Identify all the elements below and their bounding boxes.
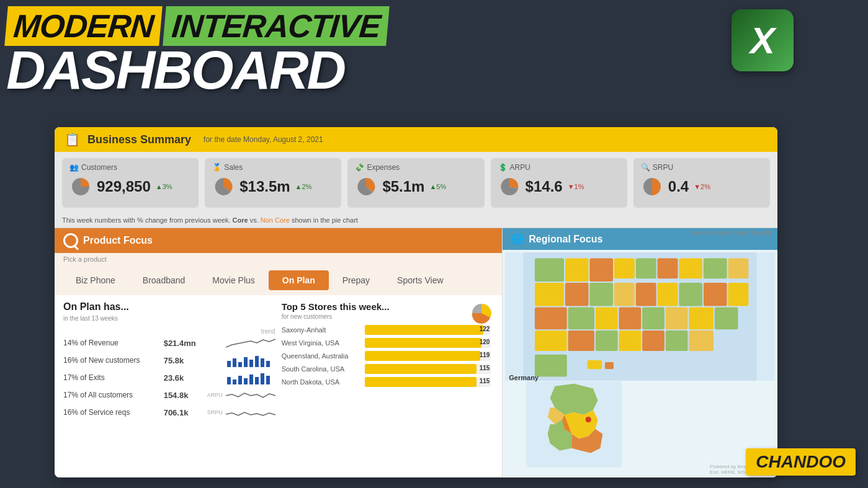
store-bar-0	[365, 325, 483, 335]
tab-on-plan[interactable]: On Plan	[269, 270, 329, 290]
expenses-value: $5.1m	[382, 178, 424, 195]
svg-rect-49	[535, 331, 567, 351]
top-stores-subtitle: for new customers	[282, 313, 390, 320]
kpi-card-srpu: 🔍 SRPU 0.4 ▼2%	[633, 158, 770, 208]
store-name-3: South Carolina, USA	[282, 365, 362, 373]
svg-rect-11	[261, 358, 264, 367]
svg-rect-38	[679, 283, 703, 306]
customers-pie-chart	[69, 175, 92, 198]
regional-focus-panel: Week on Week Sales Growth 🌐 Regional Foc…	[503, 228, 777, 477]
trend-label: trend	[63, 328, 275, 335]
svg-rect-29	[679, 258, 703, 278]
srpu-value: 0.4	[668, 178, 689, 195]
store-name-0: Saxony-Anhalt	[282, 326, 362, 334]
map-area: Germany Powered by BingEsri, HERE, MSFT,…	[503, 250, 777, 476]
title-word3: DASHBOARD	[6, 43, 441, 97]
svg-rect-6	[233, 358, 236, 367]
customers-label: Customers	[81, 163, 117, 172]
bottom-section: Product Focus Pick a product Biz Phone B…	[55, 228, 777, 477]
chandoo-badge: CHANDOO	[746, 448, 856, 476]
sparkline-revenue	[226, 336, 275, 350]
svg-rect-13	[227, 377, 231, 384]
tab-biz-phone[interactable]: Biz Phone	[62, 270, 129, 290]
kpi-card-customers: 👥 Customers 929,850 ▲3%	[62, 158, 199, 208]
stat-label-all-customers: 17% of All customers	[63, 391, 164, 399]
svg-rect-37	[658, 283, 678, 306]
germany-label: Germany	[509, 374, 539, 381]
svg-rect-30	[704, 258, 727, 278]
svg-rect-39	[704, 283, 727, 306]
svg-rect-57	[588, 360, 602, 369]
svg-rect-48	[715, 307, 738, 329]
arpu-pie-chart	[498, 175, 521, 198]
srpu-change: ▼2%	[694, 183, 710, 190]
sales-label: Sales	[224, 163, 243, 172]
search-icon	[63, 233, 78, 248]
svg-rect-10	[255, 356, 259, 367]
tab-movie-plus[interactable]: Movie Plus	[199, 270, 268, 290]
svg-rect-56	[535, 355, 567, 377]
svg-rect-9	[249, 360, 253, 367]
week-growth-label: Week on Week Sales Growth	[691, 229, 771, 236]
expenses-icon: 💸	[355, 163, 364, 172]
store-bar-bg-0: 122	[365, 325, 491, 335]
arpu-change: ▼1%	[568, 183, 584, 190]
store-name-2: Queensland, Australia	[282, 352, 362, 360]
title-area: MODERN INTERACTIVE DASHBOARD	[6, 6, 441, 97]
svg-rect-45	[642, 307, 664, 329]
svg-rect-55	[689, 331, 714, 351]
stat-label-new-customers: 16% of New customers	[63, 356, 164, 365]
store-bar-2	[365, 351, 480, 361]
tab-sports-view[interactable]: Sports View	[383, 270, 457, 290]
usa-map	[505, 252, 775, 381]
customers-change: ▲3%	[156, 183, 172, 190]
svg-point-66	[586, 417, 591, 422]
right-stores: Top 5 Stores this week... for new custom…	[282, 301, 494, 423]
tab-broadband[interactable]: Broadband	[129, 270, 199, 290]
title-word1: MODERN	[4, 6, 163, 46]
globe-icon: 🌐	[511, 233, 524, 245]
kpi-customers-header: 👥 Customers	[69, 163, 191, 172]
svg-rect-33	[565, 283, 589, 306]
left-stats: On Plan has... in the last 13 weeks tren…	[63, 301, 275, 423]
kpi-expenses-body: $5.1m ▲5%	[355, 175, 477, 198]
svg-rect-32	[535, 283, 564, 306]
svg-rect-42	[568, 307, 594, 329]
kpi-card-sales: 🏅 Sales $13.5m ▲2%	[205, 158, 341, 208]
stat-row-exits: 17% of Exits 23.6k	[63, 371, 275, 384]
kpi-arpu-header: 💲 ARPU	[498, 163, 620, 172]
kpi-card-arpu: 💲 ARPU $14.6 ▼1%	[491, 158, 627, 208]
stat-value-service-reqs: 706.1k	[164, 408, 207, 417]
document-icon: 📋	[65, 132, 80, 147]
sparkline-new-customers	[226, 353, 275, 367]
expenses-pie-chart	[355, 175, 377, 198]
kpi-srpu-header: 🔍 SRPU	[641, 163, 763, 172]
svg-rect-50	[568, 331, 594, 351]
excel-logo: X	[732, 9, 794, 71]
stat-row-service-reqs: 16% of Service reqs 706.1k SRPU	[63, 406, 275, 419]
product-focus-panel: Product Focus Pick a product Biz Phone B…	[55, 228, 503, 477]
svg-rect-8	[244, 357, 248, 367]
excel-letter: X	[750, 19, 775, 62]
section-subtitle: in the last 13 weeks	[63, 315, 275, 322]
store-row-3: South Carolina, USA 115	[282, 364, 494, 374]
regional-focus-title: Regional Focus	[529, 234, 602, 245]
svg-rect-28	[658, 258, 678, 278]
svg-rect-26	[614, 258, 635, 278]
top-stores-pie	[470, 301, 493, 325]
store-value-0: 122	[480, 326, 490, 332]
svg-rect-7	[238, 362, 242, 367]
store-bar-bg-1: 120	[365, 338, 491, 348]
store-bar-3	[365, 364, 477, 374]
svg-rect-36	[636, 283, 656, 306]
svg-rect-58	[605, 362, 614, 369]
sales-value: $13.5m	[239, 178, 290, 195]
svg-rect-41	[535, 307, 567, 329]
sales-pie-chart	[212, 175, 235, 198]
tab-prepay[interactable]: Prepay	[329, 270, 383, 290]
business-summary-title: Business Summary	[87, 133, 191, 146]
store-bar-bg-3: 115	[365, 364, 491, 374]
store-name-4: North Dakota, USA	[282, 378, 362, 386]
arpu-icon: 💲	[498, 163, 508, 172]
svg-rect-17	[249, 375, 253, 384]
